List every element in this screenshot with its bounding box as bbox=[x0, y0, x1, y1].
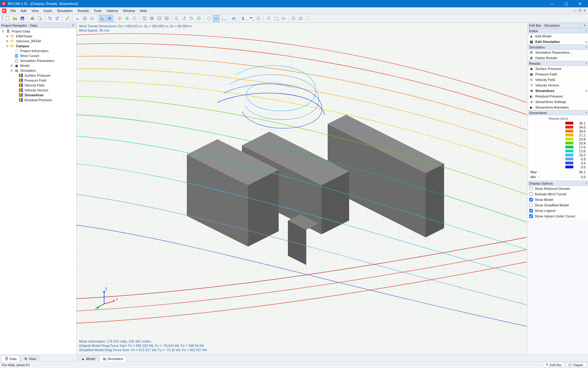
tree-item[interactable]: Model bbox=[20, 64, 30, 67]
project-tree[interactable]: ⊟🗄Project Data ⊞📁EiffelTower ⊞📁Vokovice_… bbox=[0, 28, 76, 355]
window-cascade-button[interactable] bbox=[149, 15, 155, 22]
editbar-pin-icon[interactable]: ⟂ bbox=[579, 24, 582, 27]
streamlines-settings[interactable]: ≋Streamlines Settings bbox=[528, 99, 588, 105]
tree-item[interactable]: Project Information bbox=[20, 49, 49, 53]
display-option[interactable]: Show Values Under Cursor bbox=[528, 213, 588, 219]
tree-project-active[interactable]: Campus bbox=[15, 44, 30, 48]
result-streamlines[interactable]: ≋Streamlines◂ bbox=[528, 88, 588, 94]
refresh-button[interactable] bbox=[188, 15, 195, 22]
display-style-button[interactable]: ▾ bbox=[248, 15, 254, 22]
section-editor[interactable]: Editor▾ bbox=[528, 28, 588, 33]
menu-view[interactable]: View bbox=[29, 8, 41, 13]
table-button[interactable] bbox=[297, 15, 304, 22]
menu-options[interactable]: Options bbox=[104, 8, 121, 13]
select-button[interactable] bbox=[99, 15, 106, 22]
tree-collapse-icon[interactable]: ⊟ bbox=[6, 44, 9, 48]
menu-help[interactable]: Help bbox=[138, 8, 149, 13]
tree-expand-icon[interactable]: ⊞ bbox=[6, 35, 9, 38]
toolbar-grip[interactable] bbox=[2, 15, 3, 21]
tree-item[interactable]: Wind Tunnel bbox=[20, 54, 40, 58]
menu-tools[interactable]: Tools bbox=[91, 8, 104, 13]
tree-result[interactable]: Surface Pressure bbox=[24, 74, 51, 77]
run-sim-button[interactable] bbox=[124, 15, 130, 22]
tab-simulation[interactable]: ▤Simulation bbox=[99, 356, 126, 362]
open-button[interactable] bbox=[12, 15, 18, 22]
axis-align-button[interactable]: ▾ bbox=[220, 15, 227, 22]
edit-simulation-row[interactable]: ▤Edit Simulation◂ bbox=[528, 39, 588, 44]
status-clipper-button[interactable]: ◫Clipper bbox=[566, 362, 586, 367]
menu-insert[interactable]: Insert bbox=[41, 8, 55, 13]
navigate-button[interactable] bbox=[106, 15, 113, 22]
notes-button[interactable] bbox=[305, 15, 311, 22]
streamlines-animation[interactable]: ▶Streamlines Animation bbox=[528, 105, 588, 110]
window-quad-button[interactable] bbox=[163, 15, 170, 22]
tree-result[interactable]: Velocity Field bbox=[24, 83, 45, 87]
rotate-right-button[interactable] bbox=[181, 15, 187, 22]
display-checkbox[interactable] bbox=[529, 192, 533, 196]
tree-item[interactable]: Simulation Parameters bbox=[20, 59, 55, 63]
mdi-restore-icon[interactable]: ❐ bbox=[578, 9, 582, 13]
navigator-pin-icon[interactable]: ⟂ bbox=[67, 24, 71, 27]
maximize-button[interactable]: ▢ bbox=[559, 0, 573, 7]
color-scale-button[interactable]: ▾ bbox=[240, 15, 247, 22]
save-button[interactable] bbox=[19, 15, 26, 22]
work-plane-button[interactable] bbox=[74, 15, 81, 22]
print-button[interactable] bbox=[29, 15, 36, 22]
edit-model-row[interactable]: ▲Edit Model bbox=[528, 33, 588, 39]
status-editbar-button[interactable]: ✎Edit Bar bbox=[543, 362, 564, 367]
redo-button[interactable] bbox=[54, 15, 61, 22]
tab-data[interactable]: 🗄Data bbox=[1, 356, 20, 362]
reset-view-button[interactable] bbox=[195, 15, 202, 22]
tree-expand-icon[interactable]: ⊞ bbox=[10, 64, 13, 67]
display-checkbox[interactable] bbox=[529, 214, 533, 218]
tree-result[interactable]: Velocity Vectors bbox=[24, 88, 49, 92]
menu-edit[interactable]: Edit bbox=[18, 8, 29, 13]
transparency-button[interactable] bbox=[255, 15, 262, 22]
menu-window[interactable]: Window bbox=[121, 8, 138, 13]
close-button[interactable]: ✕ bbox=[573, 0, 587, 7]
tree-result-active[interactable]: Streamlines bbox=[24, 93, 44, 97]
menu-results[interactable]: Results bbox=[75, 8, 91, 13]
display-option[interactable]: Show Legend bbox=[528, 208, 588, 213]
display-checkbox[interactable] bbox=[529, 187, 533, 190]
menu-file[interactable]: File bbox=[8, 8, 18, 13]
display-option[interactable]: Show Reduced Domain bbox=[528, 186, 588, 191]
display-option[interactable]: Show Simplified Model bbox=[528, 202, 588, 208]
view-domain-button[interactable] bbox=[213, 15, 220, 22]
report-button[interactable] bbox=[290, 15, 297, 22]
result-pressure-field[interactable]: ▦Pressure Field bbox=[528, 71, 588, 77]
display-checkbox[interactable] bbox=[529, 203, 533, 207]
tree-collapse-icon[interactable]: ⊟ bbox=[1, 30, 5, 33]
menu-simulation[interactable]: Simulation bbox=[55, 8, 75, 13]
mdi-close-icon[interactable]: ✕ bbox=[582, 9, 587, 13]
tab-model[interactable]: ▲Model bbox=[78, 356, 99, 362]
window-hsplit-button[interactable] bbox=[156, 15, 163, 22]
display-checkbox[interactable] bbox=[529, 209, 533, 213]
window-tile-button[interactable] bbox=[141, 15, 148, 22]
tree-project[interactable]: EiffelTower bbox=[15, 34, 33, 38]
tab-view[interactable]: 👁View bbox=[21, 356, 40, 362]
tree-project[interactable]: Vokovice_RFEM bbox=[15, 39, 41, 43]
measure-button[interactable]: ▾ bbox=[64, 15, 71, 22]
section-simulation[interactable]: Simulation▾ bbox=[528, 44, 588, 50]
tree-result[interactable]: Residual Pressure bbox=[24, 98, 53, 102]
section-streamlines[interactable]: Streamlines▾ bbox=[528, 110, 588, 115]
display-option[interactable]: Activate Wind Tunnel bbox=[528, 191, 588, 197]
section-display-options[interactable]: Display Options▾ bbox=[528, 181, 588, 186]
viewport-3d[interactable]: Wind Tunnel Dimensions: Dx = 589.915 m, … bbox=[77, 23, 528, 355]
print-preview-button[interactable] bbox=[36, 15, 43, 22]
tree-expand-icon[interactable]: ⊞ bbox=[6, 40, 9, 43]
result-velocity-field[interactable]: VVelocity Field bbox=[528, 77, 588, 82]
result-residual-pressure[interactable]: ◐Residual Pressure bbox=[528, 94, 588, 99]
display-option[interactable]: Show Model bbox=[528, 197, 588, 202]
editbar-close-icon[interactable]: ✕ bbox=[583, 24, 587, 27]
layers-button[interactable] bbox=[265, 15, 272, 22]
sim-params-row[interactable]: ⚙Simulation Parameters... bbox=[528, 50, 588, 55]
result-surface-pressure[interactable]: ◆Surface Pressure bbox=[528, 66, 588, 71]
tree-root[interactable]: Project Data bbox=[11, 29, 31, 33]
section-results[interactable]: Results▾ bbox=[528, 61, 588, 66]
export-image-button[interactable]: ▾ bbox=[273, 15, 279, 22]
grid-button[interactable] bbox=[81, 15, 88, 22]
new-button[interactable] bbox=[4, 15, 11, 22]
delete-results-row[interactable]: 🗑Delete Results bbox=[528, 55, 588, 61]
